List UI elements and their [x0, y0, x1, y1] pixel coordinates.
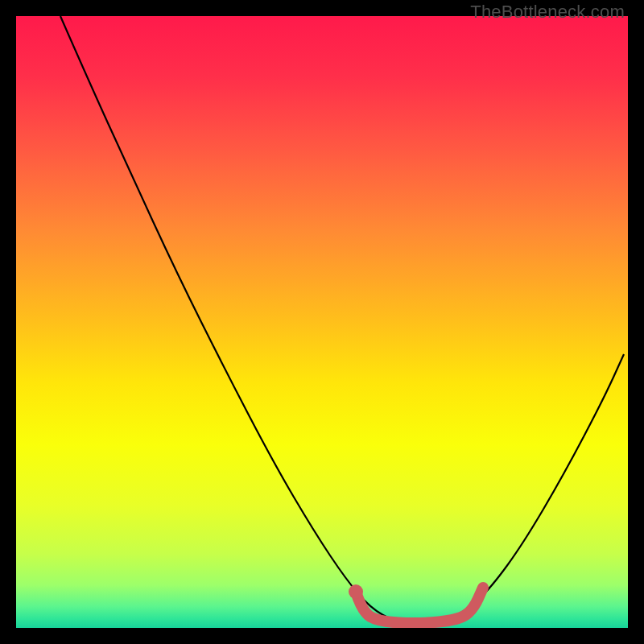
chart-svg	[16, 16, 628, 628]
highlight-dot	[349, 584, 363, 599]
highlight-band	[356, 588, 483, 623]
bottleneck-curve	[60, 16, 624, 624]
watermark-text: TheBottleneck.com	[470, 2, 625, 23]
chart-frame	[16, 16, 628, 628]
